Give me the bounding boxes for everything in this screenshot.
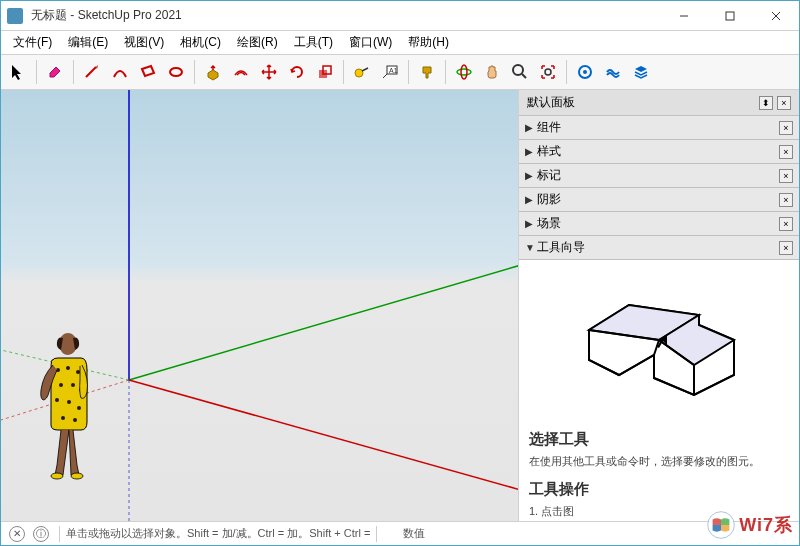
line-tool-button[interactable] xyxy=(79,59,105,85)
svg-point-24 xyxy=(66,366,70,370)
svg-rect-1 xyxy=(726,12,734,20)
instructor-illustration xyxy=(559,280,759,410)
section-label: 组件 xyxy=(537,119,779,136)
section-styles[interactable]: ▶样式× xyxy=(519,140,799,164)
toolbar: A1 xyxy=(1,55,799,90)
section-label: 场景 xyxy=(537,215,779,232)
menu-draw[interactable]: 绘图(R) xyxy=(229,32,286,53)
svg-point-12 xyxy=(513,65,523,75)
measurement-label: 数值 xyxy=(403,526,425,541)
close-button[interactable] xyxy=(753,1,799,31)
text-tool-button[interactable]: A1 xyxy=(377,59,403,85)
svg-point-7 xyxy=(355,69,363,77)
svg-point-11 xyxy=(461,65,467,79)
section-close-icon[interactable]: × xyxy=(779,169,793,183)
section-scenes[interactable]: ▶场景× xyxy=(519,212,799,236)
menu-camera[interactable]: 相机(C) xyxy=(172,32,229,53)
svg-line-18 xyxy=(129,380,518,490)
section-instructor[interactable]: ▼工具向导× xyxy=(519,236,799,260)
svg-point-34 xyxy=(51,473,63,479)
instructor-content: 选择工具 在使用其他工具或命令时，选择要修改的图元。 工具操作 1. 点击图 xyxy=(519,260,799,521)
svg-point-27 xyxy=(71,383,75,387)
arc-tool-button[interactable] xyxy=(107,59,133,85)
section-label: 样式 xyxy=(537,143,779,160)
status-hint: 单击或拖动以选择对象。Shift = 加/减。Ctrl = 加。Shift + … xyxy=(66,526,370,541)
credits-icon[interactable]: ⓘ xyxy=(33,526,49,542)
svg-point-10 xyxy=(457,69,471,75)
instructor-heading: 选择工具 xyxy=(529,430,789,449)
maximize-button[interactable] xyxy=(707,1,753,31)
section-close-icon[interactable]: × xyxy=(779,241,793,255)
pushpull-tool-button[interactable] xyxy=(200,59,226,85)
svg-point-35 xyxy=(71,473,83,479)
move-tool-button[interactable] xyxy=(256,59,282,85)
section-components[interactable]: ▶组件× xyxy=(519,116,799,140)
tray-header[interactable]: 默认面板 ⬍ × xyxy=(519,90,799,116)
svg-point-15 xyxy=(583,70,587,74)
instructor-op-heading: 工具操作 xyxy=(529,480,789,499)
instructor-op-description: 1. 点击图 xyxy=(529,503,789,520)
app-icon xyxy=(7,8,23,24)
svg-point-33 xyxy=(73,418,77,422)
menu-help[interactable]: 帮助(H) xyxy=(400,32,457,53)
zoom-tool-button[interactable] xyxy=(507,59,533,85)
chevron-right-icon: ▶ xyxy=(525,194,537,205)
menu-edit[interactable]: 编辑(E) xyxy=(60,32,116,53)
chevron-right-icon: ▶ xyxy=(525,122,537,133)
orbit-tool-button[interactable] xyxy=(451,59,477,85)
section-close-icon[interactable]: × xyxy=(779,217,793,231)
section-close-icon[interactable]: × xyxy=(779,121,793,135)
svg-point-4 xyxy=(170,68,182,76)
rotate-tool-button[interactable] xyxy=(284,59,310,85)
section-label: 阴影 xyxy=(537,191,779,208)
svg-point-26 xyxy=(59,383,63,387)
select-tool-button[interactable] xyxy=(5,59,31,85)
eraser-tool-button[interactable] xyxy=(42,59,68,85)
scale-tool-button[interactable] xyxy=(312,59,338,85)
tray-close-icon[interactable]: × xyxy=(777,96,791,110)
svg-line-17 xyxy=(129,265,518,380)
window-title: 无标题 - SketchUp Pro 2021 xyxy=(29,7,661,24)
warehouse-button[interactable] xyxy=(572,59,598,85)
menu-tools[interactable]: 工具(T) xyxy=(286,32,341,53)
viewport[interactable] xyxy=(1,90,519,521)
chevron-right-icon: ▶ xyxy=(525,170,537,181)
rectangle-tool-button[interactable] xyxy=(135,59,161,85)
svg-point-31 xyxy=(77,406,81,410)
scale-figure xyxy=(33,330,103,484)
extension-button[interactable] xyxy=(600,59,626,85)
menu-view[interactable]: 视图(V) xyxy=(116,32,172,53)
circle-tool-button[interactable] xyxy=(163,59,189,85)
pan-tool-button[interactable] xyxy=(479,59,505,85)
paint-tool-button[interactable] xyxy=(414,59,440,85)
section-close-icon[interactable]: × xyxy=(779,145,793,159)
layers-button[interactable] xyxy=(628,59,654,85)
offset-tool-button[interactable] xyxy=(228,59,254,85)
chevron-right-icon: ▶ xyxy=(525,218,537,229)
menu-window[interactable]: 窗口(W) xyxy=(341,32,400,53)
svg-point-32 xyxy=(61,416,65,420)
chevron-right-icon: ▶ xyxy=(525,146,537,157)
section-shadows[interactable]: ▶阴影× xyxy=(519,188,799,212)
svg-point-25 xyxy=(76,370,80,374)
instructor-description: 在使用其他工具或命令时，选择要修改的图元。 xyxy=(529,453,789,470)
menu-file[interactable]: 文件(F) xyxy=(5,32,60,53)
geolocation-icon[interactable]: ✕ xyxy=(9,526,25,542)
section-label: 工具向导 xyxy=(537,239,779,256)
tray-title: 默认面板 xyxy=(527,94,755,111)
section-tags[interactable]: ▶标记× xyxy=(519,164,799,188)
titlebar: 无标题 - SketchUp Pro 2021 xyxy=(1,1,799,31)
svg-text:A1: A1 xyxy=(389,67,398,74)
svg-point-30 xyxy=(67,400,71,404)
svg-point-29 xyxy=(55,398,59,402)
default-tray: 默认面板 ⬍ × ▶组件× ▶样式× ▶标记× ▶阴影× ▶场景× ▼工具向导×… xyxy=(519,90,799,521)
chevron-down-icon: ▼ xyxy=(525,242,537,253)
menubar: 文件(F) 编辑(E) 视图(V) 相机(C) 绘图(R) 工具(T) 窗口(W… xyxy=(1,31,799,55)
section-close-icon[interactable]: × xyxy=(779,193,793,207)
minimize-button[interactable] xyxy=(661,1,707,31)
tray-pin-icon[interactable]: ⬍ xyxy=(759,96,773,110)
statusbar: ✕ ⓘ 单击或拖动以选择对象。Shift = 加/减。Ctrl = 加。Shif… xyxy=(1,521,799,545)
tape-tool-button[interactable] xyxy=(349,59,375,85)
zoom-extents-button[interactable] xyxy=(535,59,561,85)
section-label: 标记 xyxy=(537,167,779,184)
